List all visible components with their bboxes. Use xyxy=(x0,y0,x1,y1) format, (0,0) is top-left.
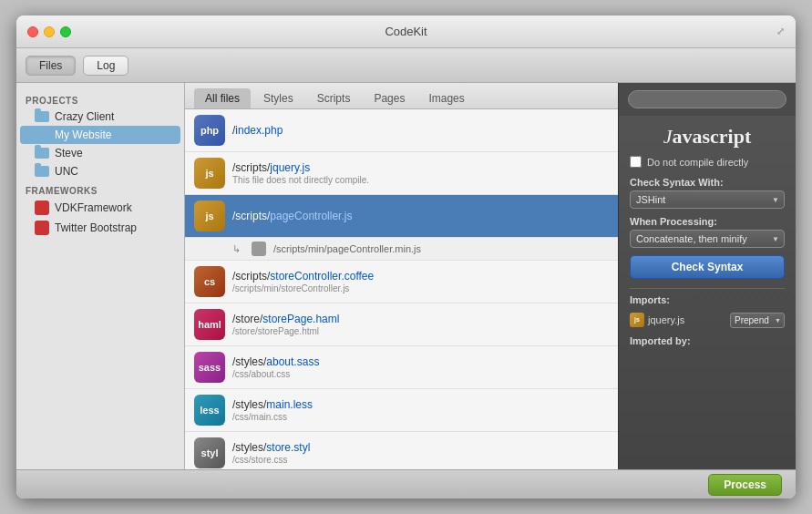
folder-icon xyxy=(35,111,49,122)
search-area xyxy=(619,83,796,116)
projects-title: PROJECTS xyxy=(16,90,184,108)
file-path: /scripts/jquery.js xyxy=(232,161,609,174)
do-not-compile-row: Do not compile directly xyxy=(630,156,785,168)
file-row-store-styl[interactable]: styl /styles/store.styl /css/store.css xyxy=(185,432,618,469)
imported-by-label: Imported by: xyxy=(630,335,785,346)
maximize-button[interactable] xyxy=(60,26,71,37)
sidebar-item-label: Twitter Bootstrap xyxy=(55,221,137,234)
tab-images[interactable]: Images xyxy=(417,88,475,108)
file-info: /styles/about.sass /css/about.css xyxy=(232,355,609,379)
tab-all-files[interactable]: All files xyxy=(194,88,251,108)
file-info: /scripts/storeController.coffee /scripts… xyxy=(232,270,609,293)
main-layout: PROJECTS Crazy Client My Website Steve U… xyxy=(16,83,796,469)
file-row-about-sass[interactable]: sass /styles/about.sass /css/about.css xyxy=(185,346,618,389)
file-name-highlight: index.php xyxy=(235,124,283,137)
folder-icon xyxy=(35,166,49,177)
sidebar-item-vdkframework[interactable]: VDKFramework xyxy=(20,198,180,218)
file-info: /scripts/jquery.js This file does not di… xyxy=(232,161,609,185)
file-path: /store/storePage.haml xyxy=(232,313,609,325)
sidebar-item-steve[interactable]: Steve xyxy=(20,144,180,162)
file-path: /styles/about.sass xyxy=(232,355,609,368)
tab-styles[interactable]: Styles xyxy=(252,88,304,108)
file-name-highlight: storeController.coffee xyxy=(270,270,374,283)
file-row-storecontroller-coffee[interactable]: cs /scripts/storeController.coffee /scri… xyxy=(185,261,618,303)
import-position-select[interactable]: Prepend Append xyxy=(730,313,785,328)
check-syntax-with-wrapper: JSHint JSLint None xyxy=(630,190,785,209)
sidebar-item-label: UNC xyxy=(55,165,78,178)
import-filename: jquery.js xyxy=(648,314,726,325)
file-badge-php: php xyxy=(194,115,225,146)
imports-label: Imports: xyxy=(630,294,785,305)
tab-pages[interactable]: Pages xyxy=(363,88,416,108)
minimize-button[interactable] xyxy=(44,26,55,37)
sub-file-icon xyxy=(252,242,266,256)
sub-file-path: /scripts/min/pageController.min.js xyxy=(273,243,421,254)
js-panel: Javascript Do not compile directly Check… xyxy=(619,116,796,469)
file-tabs: All files Styles Scripts Pages Images xyxy=(185,83,618,109)
title-bar: CodeKit ⤢ xyxy=(16,15,796,48)
file-subpath: /scripts/min/storeController.js xyxy=(232,283,609,293)
file-badge-coffee: cs xyxy=(194,266,225,297)
file-subpath: /store/storePage.html xyxy=(232,326,609,336)
file-name-highlight: pageController.js xyxy=(270,210,352,222)
file-path: /styles/main.less xyxy=(232,398,609,411)
file-subpath: This file does not directly compile. xyxy=(232,175,609,185)
file-badge-haml: haml xyxy=(194,309,225,340)
import-row: js jquery.js Prepend Append xyxy=(630,311,785,328)
when-processing-label: When Processing: xyxy=(630,216,785,227)
file-info: /index.php xyxy=(232,124,609,137)
framework-icon xyxy=(35,221,49,235)
file-row-storepage-haml[interactable]: haml /store/storePage.haml /store/storeP… xyxy=(185,303,618,346)
frameworks-title: FRAMEWORKS xyxy=(16,180,184,198)
files-list: php /index.php js /scripts/jquery.js Thi… xyxy=(185,109,618,469)
file-row-jquery-js[interactable]: js /scripts/jquery.js This file does not… xyxy=(185,152,618,195)
folder-icon xyxy=(35,129,49,140)
tab-scripts[interactable]: Scripts xyxy=(306,88,362,108)
when-processing-select[interactable]: Concatenate, then minify Minify only Non… xyxy=(630,230,785,248)
file-row-index-php[interactable]: php /index.php xyxy=(185,109,618,152)
sidebar-item-my-website[interactable]: My Website xyxy=(20,126,180,144)
file-info: /styles/store.styl /css/store.css xyxy=(232,441,609,465)
sidebar-item-label: My Website xyxy=(55,128,111,141)
file-info: /styles/main.less /css/main.css xyxy=(232,398,609,422)
process-button[interactable]: Process xyxy=(708,474,782,496)
sidebar-item-unc[interactable]: UNC xyxy=(20,162,180,180)
toolbar: Files Log xyxy=(16,48,796,83)
file-badge-js: js xyxy=(194,200,225,231)
file-row-pagecontroller-js[interactable]: js /scripts/pageController.js xyxy=(185,195,618,238)
search-input[interactable] xyxy=(628,90,786,108)
framework-icon xyxy=(35,200,49,215)
file-path: /scripts/pageController.js xyxy=(232,210,609,222)
sidebar-item-twitter-bootstrap[interactable]: Twitter Bootstrap xyxy=(20,218,180,238)
import-position-wrapper: Prepend Append xyxy=(730,311,785,328)
check-syntax-with-label: Check Syntax With: xyxy=(630,177,785,188)
check-syntax-button[interactable]: Check Syntax xyxy=(630,255,785,279)
file-name-highlight: storePage.haml xyxy=(262,313,339,325)
file-name-highlight: about.sass xyxy=(266,355,319,368)
file-info: /store/storePage.haml /store/storePage.h… xyxy=(232,313,609,336)
file-row-main-less[interactable]: less /styles/main.less /css/main.css xyxy=(185,389,618,432)
close-button[interactable] xyxy=(27,26,38,37)
app-window: CodeKit ⤢ Files Log PROJECTS Crazy Clien… xyxy=(16,15,796,499)
window-title: CodeKit xyxy=(385,25,427,38)
expand-icon[interactable]: ⤢ xyxy=(776,26,785,37)
file-row-sub-pagecontroller[interactable]: ↳ /scripts/min/pageController.min.js xyxy=(185,238,618,261)
file-subpath: /css/about.css xyxy=(232,369,609,379)
file-list-area: All files Styles Scripts Pages Images ph… xyxy=(185,83,618,469)
when-processing-wrapper: Concatenate, then minify Minify only Non… xyxy=(630,230,785,248)
files-button[interactable]: Files xyxy=(26,56,76,76)
js-title: Javascript xyxy=(630,125,785,149)
traffic-lights xyxy=(27,26,71,37)
sidebar-item-crazy-client[interactable]: Crazy Client xyxy=(20,108,180,126)
check-syntax-with-select[interactable]: JSHint JSLint None xyxy=(630,190,785,209)
log-button[interactable]: Log xyxy=(83,56,128,76)
file-path: /scripts/storeController.coffee xyxy=(232,270,609,283)
sidebar-item-label: Steve xyxy=(55,147,83,159)
file-badge-styl: styl xyxy=(194,437,225,468)
right-panel: Javascript Do not compile directly Check… xyxy=(618,83,796,469)
folder-icon xyxy=(35,148,49,159)
do-not-compile-checkbox[interactable] xyxy=(630,156,642,168)
file-name-highlight: jquery.js xyxy=(270,161,310,174)
file-badge-less: less xyxy=(194,395,225,426)
sub-arrow-icon: ↳ xyxy=(232,243,241,255)
